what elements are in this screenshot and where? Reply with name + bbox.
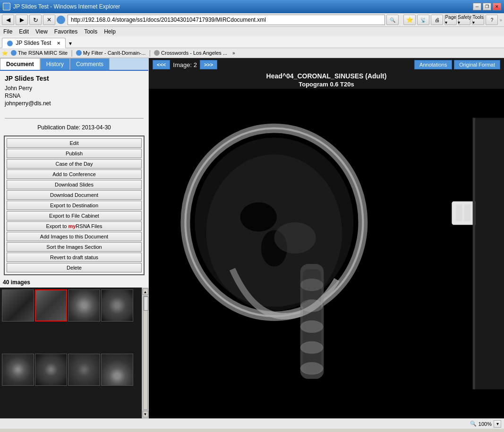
help-button[interactable]: ?	[486, 15, 498, 25]
document-tabs: Document History Comments	[0, 58, 148, 71]
sort-images-button[interactable]: Sort the Images Section	[7, 242, 142, 252]
page-button[interactable]: Page ▾	[444, 15, 457, 25]
edit-button[interactable]: Edit	[7, 138, 142, 148]
restore-button[interactable]: ❐	[483, 3, 491, 10]
svg-rect-12	[456, 204, 462, 221]
thumbnail-4[interactable]	[101, 289, 133, 322]
close-button[interactable]: ✕	[493, 3, 501, 10]
export-myrsna-button[interactable]: Export to myRSNA Files	[7, 221, 142, 231]
viewer-action-buttons: Annotations Original Format	[414, 60, 500, 69]
thumbnail-1[interactable]	[2, 289, 34, 322]
window-controls: ─ ❐ ✕	[473, 3, 501, 10]
menu-edit[interactable]: Edit	[17, 28, 30, 35]
window-title: JP Slides Test - Windows Internet Explor…	[13, 3, 120, 10]
thumbnail-strip	[0, 288, 142, 418]
image-number: Image: 2	[173, 61, 197, 68]
menu-view[interactable]: View	[34, 28, 49, 35]
forward-button[interactable]: ▶	[16, 15, 28, 25]
sidebar: Document History Comments JP Slides Test…	[0, 58, 149, 418]
main-content: Document History Comments JP Slides Test…	[0, 58, 504, 418]
add-images-button[interactable]: Add Images to this Document	[7, 232, 142, 241]
annotations-button[interactable]: Annotations	[414, 60, 452, 69]
window-titlebar: JP Slides Test - Windows Internet Explor…	[0, 0, 504, 13]
scroll-thumb[interactable]	[144, 296, 148, 311]
menu-favorites[interactable]: Favorites	[53, 28, 79, 35]
rss-button[interactable]: 📡	[417, 15, 429, 25]
prev-image-button[interactable]: <<<	[153, 60, 170, 69]
bookmark-crosswords[interactable]: Crosswords - Los Angeles ...	[153, 50, 229, 56]
bm-sep-1: |	[71, 49, 73, 57]
tab-close-icon[interactable]: ✕	[57, 41, 60, 46]
toolbar-expand[interactable]: »	[499, 17, 502, 23]
tab-comments[interactable]: Comments	[70, 58, 110, 70]
revert-button[interactable]: Revert to draft status	[7, 253, 142, 262]
tab-favicon	[7, 41, 13, 46]
zoom-icon: 🔍	[470, 421, 477, 427]
document-email: johnperry@dls.net	[5, 100, 144, 107]
image-navigation: <<< Image: 2 >>>	[153, 60, 217, 69]
tab-document[interactable]: Document	[0, 58, 40, 70]
bookmark-myfilter[interactable]: My Filter - CanIt-Domain-...	[75, 50, 147, 56]
menu-tools[interactable]: Tools	[83, 28, 99, 35]
document-org: RSNA	[5, 93, 144, 99]
case-of-day-button[interactable]: Case of the Day	[7, 159, 142, 169]
download-document-button[interactable]: Download Document	[7, 190, 142, 200]
browser-logo	[57, 16, 65, 24]
safety-button[interactable]: Safety ▾	[458, 15, 470, 25]
delete-button[interactable]: Delete	[7, 263, 142, 272]
browser-tab[interactable]: JP Slides Test ✕	[2, 38, 66, 48]
publish-button[interactable]: Publish	[7, 149, 142, 158]
minimize-button[interactable]: ─	[473, 3, 481, 10]
original-format-button[interactable]: Original Format	[454, 60, 500, 69]
viewer-toolbar: <<< Image: 2 >>> Annotations Original Fo…	[149, 58, 504, 71]
thumbnail-8[interactable]	[101, 354, 133, 386]
zoom-dropdown-button[interactable]: ▾	[494, 420, 501, 428]
thumbnail-7[interactable]	[68, 354, 100, 386]
tab-history[interactable]: History	[40, 58, 70, 70]
bm-favicon-crosswords	[154, 50, 160, 56]
bookmarks-bar: ⭐ The RSNA MIRC Site | My Filter - CanIt…	[0, 48, 504, 58]
bm-sep-2: |	[149, 49, 151, 57]
bookmarks-label: ⭐	[2, 51, 8, 56]
menu-bar: File Edit View Favorites Tools Help	[0, 27, 504, 36]
tab-title: JP Slides Test	[16, 40, 51, 46]
thumbnail-scrollbar[interactable]: ▲ ▼	[142, 288, 148, 418]
svg-rect-13	[464, 204, 470, 221]
address-bar[interactable]	[68, 15, 385, 25]
export-cabinet-button[interactable]: Export to File Cabinet	[7, 211, 142, 220]
publication-date: Publication Date: 2013-04-30	[0, 124, 148, 131]
tools-button[interactable]: Tools ▾	[472, 15, 484, 25]
thumbnail-3[interactable]	[68, 289, 100, 322]
thumbnail-area: ▲ ▼	[0, 288, 148, 418]
print-button[interactable]: 🖨	[431, 15, 443, 25]
menu-help[interactable]: Help	[103, 28, 117, 35]
add-conference-button[interactable]: Add to Conference	[7, 169, 142, 179]
svg-rect-15	[475, 118, 504, 389]
favorites-star[interactable]: ⭐	[403, 15, 416, 25]
svg-point-20	[274, 222, 316, 254]
go-button[interactable]: 🔍	[386, 15, 399, 25]
document-author: John Perry	[5, 85, 144, 92]
thumbnail-2[interactable]	[35, 289, 67, 322]
scroll-track	[143, 296, 148, 410]
download-slides-button[interactable]: Download Slides	[7, 180, 142, 189]
svg-point-9	[300, 341, 324, 354]
export-destination-button[interactable]: Export to Destination	[7, 201, 142, 210]
stop-button[interactable]: ✕	[43, 15, 55, 25]
scroll-up-button[interactable]: ▲	[143, 288, 148, 295]
next-image-button[interactable]: >>>	[200, 60, 217, 69]
thumbnail-6[interactable]	[35, 354, 67, 386]
new-tab-button[interactable]: ▾	[66, 39, 75, 48]
action-buttons-box: Edit Publish Case of the Day Add to Conf…	[4, 136, 145, 275]
refresh-button[interactable]: ↻	[29, 15, 42, 25]
thumbnail-5[interactable]	[2, 354, 34, 386]
navigation-bar: ◀ ▶ ↻ ✕ 🔍 ⭐ 📡 🖨 Page ▾ Safety ▾ Tools ▾ …	[0, 13, 504, 27]
back-button[interactable]: ◀	[2, 15, 14, 25]
status-bar: 🔍 100% ▾	[0, 418, 504, 429]
scroll-down-button[interactable]: ▼	[143, 411, 148, 417]
menu-file[interactable]: File	[2, 28, 14, 35]
viewer-panel: <<< Image: 2 >>> Annotations Original Fo…	[149, 58, 504, 418]
bookmarks-expand[interactable]: »	[232, 51, 235, 56]
xray-image	[149, 89, 504, 418]
bookmark-rsna[interactable]: The RSNA MIRC Site	[9, 50, 69, 56]
